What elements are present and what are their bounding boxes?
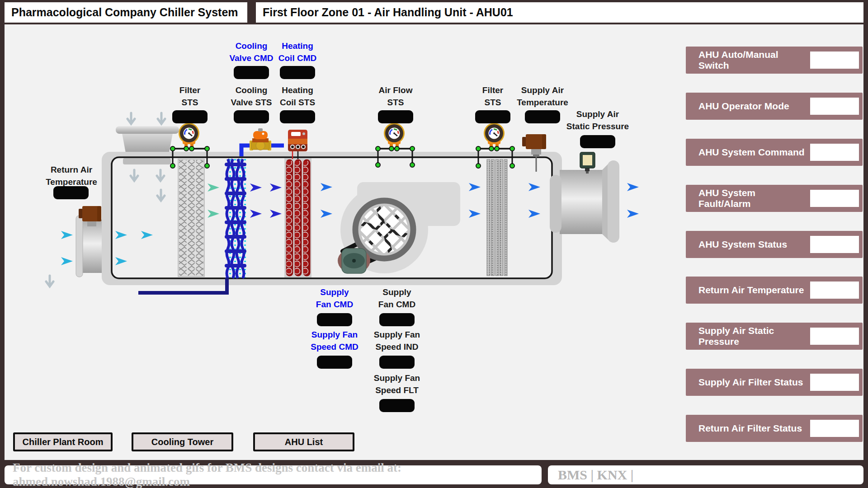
supply-fan-speed-cmd-label: Supply Fan Speed CMD (311, 328, 359, 353)
supply-fan-speed-ind-value (379, 356, 415, 369)
supply-air-static-pressure-value (580, 135, 615, 148)
air-flow-sts-label: Air Flow STS (379, 84, 413, 108)
supply-fan-cmd-blue-value (317, 313, 352, 326)
footer-contact-text: For custom design and animated gifs for … (13, 461, 542, 488)
supply-air-static-pressure-field[interactable] (810, 328, 859, 345)
heating-coil-sts-label: Heating Coil STS (280, 84, 315, 108)
row-label: Supply Air Filter Status (686, 377, 810, 388)
heating-coil-cmd-value (280, 66, 315, 79)
supply-fan-speed-cmd-value (317, 356, 352, 369)
row-supply-air-static-pressure: Supply Air Static Pressure (686, 323, 863, 350)
row-ahu-system-command: AHU System Command (686, 139, 863, 166)
supply-air-static-pressure-label: Supply Air Static Pressure (566, 108, 629, 132)
row-return-air-filter-status: Return Air Filter Status (686, 415, 863, 442)
return-air-filter (178, 159, 204, 277)
row-label: AHU System Command (686, 147, 810, 158)
supply-fan-speed-flt-value (379, 399, 415, 412)
air-flow-sts-value (378, 110, 413, 123)
supply-air-temperature-label: Supply Air Temperature (517, 84, 568, 108)
supply-air-temperature-value (525, 110, 560, 123)
row-ahu-system-status: AHU System Status (686, 231, 863, 258)
ahu-system-status-field[interactable] (810, 236, 859, 253)
footer-brand: BMS | KNX | (548, 465, 863, 484)
filter-sts-label-2: Filter STS (482, 84, 503, 108)
row-label: AHU System Fault/Alarm (686, 188, 810, 209)
cooling-valve-cmd-label: Cooling Valve CMD (229, 40, 273, 64)
supply-fan-cmd-label: Supply Fan CMD (378, 286, 415, 310)
supply-air-duct (550, 160, 619, 243)
row-label: Return Air Temperature (686, 285, 810, 296)
supply-air-filter (487, 160, 507, 276)
ahu-list-button[interactable]: AHU List (253, 432, 354, 451)
supply-fan-cmd-blue-label: Supply Fan CMD (316, 286, 353, 310)
supply-air-filter-status-field[interactable] (810, 374, 859, 391)
filter-sts-value-2 (475, 110, 510, 123)
fan-motor (338, 248, 370, 273)
supply-fan-speed-ind-label: Supply Fan Speed IND (374, 328, 420, 353)
ahu-system-fault-alarm-field[interactable] (810, 190, 859, 207)
row-label: AHU Operator Mode (686, 101, 810, 112)
ahu-operator-mode-field[interactable] (810, 98, 859, 115)
row-ahu-operator-mode: AHU Operator Mode (686, 93, 863, 120)
heating-coil-cmd-label: Heating Coil CMD (278, 40, 316, 64)
row-label: Supply Air Static Pressure (686, 325, 810, 347)
row-ahu-system-fault-alarm: AHU System Fault/Alarm (686, 185, 863, 212)
footer-brand-text: BMS | KNX | (558, 467, 633, 483)
row-supply-air-filter-status: Supply Air Filter Status (686, 369, 863, 396)
row-label: AHU Auto/Manual Switch (686, 49, 810, 71)
return-air-temperature-value (53, 186, 89, 199)
ahu-auto-manual-switch-field[interactable] (810, 52, 859, 69)
return-air-filter-status-field[interactable] (810, 420, 859, 437)
heating-coil (284, 158, 311, 277)
ahu-system-command-field[interactable] (810, 144, 859, 161)
row-label: AHU System Status (686, 239, 810, 250)
row-ahu-auto-manual-switch: AHU Auto/Manual Switch (686, 47, 863, 74)
filter-sts-label-1: Filter STS (179, 84, 200, 108)
cooling-valve-icon (250, 128, 271, 150)
cooling-valve-sts-value (234, 110, 269, 123)
row-label: Return Air Filter Status (686, 423, 810, 434)
return-air-temperature-field[interactable] (810, 282, 859, 299)
row-return-air-temperature: Return Air Temperature (686, 277, 863, 304)
fresh-air-intake-duct (116, 126, 179, 153)
cooling-valve-sts-label: Cooling Valve STS (231, 84, 272, 108)
supply-fan-speed-flt-label: Supply Fan Speed FLT (374, 372, 420, 396)
chiller-plant-room-button[interactable]: Chiller Plant Room (13, 432, 113, 451)
filter-sts-value-1 (172, 110, 208, 123)
return-air-temperature-label: Return Air Temperature (46, 164, 97, 188)
cooling-tower-button[interactable]: Cooling Tower (132, 432, 233, 451)
supply-fan-cmd-value (379, 313, 415, 326)
footer-contact: For custom design and animated gifs for … (5, 465, 542, 484)
cooling-valve-cmd-value (234, 66, 269, 79)
heating-coil-sts-value (280, 110, 315, 123)
